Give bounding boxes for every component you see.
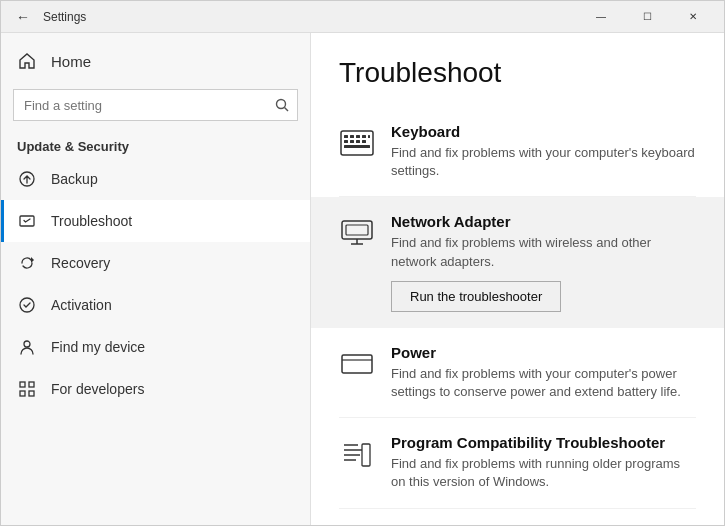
- developers-icon: [17, 379, 37, 399]
- sidebar-item-activation-label: Activation: [51, 297, 112, 313]
- sidebar-item-troubleshoot[interactable]: Troubleshoot: [1, 200, 310, 242]
- network-desc: Find and fix problems with wireless and …: [391, 234, 696, 270]
- svg-rect-7: [29, 382, 34, 387]
- settings-window: ← Settings — ☐ ✕ Home: [0, 0, 725, 526]
- back-button[interactable]: ←: [9, 3, 37, 31]
- search-input[interactable]: [13, 89, 298, 121]
- svg-rect-16: [344, 140, 348, 143]
- main-panel: Troubleshoot: [311, 33, 724, 525]
- sidebar-item-home[interactable]: Home: [1, 41, 310, 81]
- svg-rect-9: [29, 391, 34, 396]
- keyboard-title: Keyboard: [391, 123, 696, 140]
- sidebar-item-finddevice-label: Find my device: [51, 339, 145, 355]
- svg-rect-17: [350, 140, 354, 143]
- titlebar-title: Settings: [37, 10, 578, 24]
- network-content: Network Adapter Find and fix problems wi…: [391, 213, 696, 311]
- svg-rect-15: [368, 135, 370, 138]
- section-label: Update & Security: [1, 133, 310, 158]
- backup-icon: [17, 169, 37, 189]
- svg-rect-8: [20, 391, 25, 396]
- sidebar-item-backup[interactable]: Backup: [1, 158, 310, 200]
- sidebar-item-developers[interactable]: For developers: [1, 368, 310, 410]
- troubleshoot-item-network: Network Adapter Find and fix problems wi…: [311, 197, 724, 327]
- network-adapter-icon: [339, 215, 375, 251]
- svg-rect-20: [344, 145, 370, 148]
- svg-rect-18: [356, 140, 360, 143]
- power-content: Power Find and fix problems with your co…: [391, 344, 696, 401]
- compat-content: Program Compatibility Troubleshooter Fin…: [391, 434, 696, 491]
- troubleshoot-item-power: Power Find and fix problems with your co…: [339, 328, 696, 418]
- svg-line-1: [285, 108, 289, 112]
- svg-point-5: [24, 341, 30, 347]
- search-container: [13, 89, 298, 121]
- home-label: Home: [51, 53, 91, 70]
- svg-rect-19: [362, 140, 366, 143]
- search-button[interactable]: [266, 89, 298, 121]
- sidebar-item-backup-label: Backup: [51, 171, 98, 187]
- power-icon: [339, 346, 375, 382]
- recovery-icon: [17, 253, 37, 273]
- home-icon: [17, 51, 37, 71]
- svg-rect-14: [362, 135, 366, 138]
- svg-rect-25: [342, 355, 372, 373]
- compat-icon: [339, 436, 375, 472]
- keyboard-desc: Find and fix problems with your computer…: [391, 144, 696, 180]
- maximize-button[interactable]: ☐: [624, 1, 670, 33]
- content-area: Home Update & Security: [1, 33, 724, 525]
- sidebar-item-activation[interactable]: Activation: [1, 284, 310, 326]
- page-title: Troubleshoot: [339, 57, 696, 89]
- svg-point-0: [277, 100, 286, 109]
- sidebar: Home Update & Security: [1, 33, 311, 525]
- minimize-button[interactable]: —: [578, 1, 624, 33]
- run-troubleshooter-button[interactable]: Run the troubleshooter: [391, 281, 561, 312]
- troubleshoot-item-compat: Program Compatibility Troubleshooter Fin…: [339, 418, 696, 508]
- window-controls: — ☐ ✕: [578, 1, 716, 33]
- keyboard-content: Keyboard Find and fix problems with your…: [391, 123, 696, 180]
- svg-rect-22: [346, 225, 368, 235]
- sidebar-item-recovery-label: Recovery: [51, 255, 110, 271]
- finddevice-icon: [17, 337, 37, 357]
- compat-title: Program Compatibility Troubleshooter: [391, 434, 696, 451]
- svg-rect-12: [350, 135, 354, 138]
- power-title: Power: [391, 344, 696, 361]
- sidebar-item-developers-label: For developers: [51, 381, 144, 397]
- sidebar-item-troubleshoot-label: Troubleshoot: [51, 213, 132, 229]
- network-title: Network Adapter: [391, 213, 696, 230]
- sidebar-item-recovery[interactable]: Recovery: [1, 242, 310, 284]
- titlebar: ← Settings — ☐ ✕: [1, 1, 724, 33]
- keyboard-icon: [339, 125, 375, 161]
- svg-rect-31: [362, 444, 370, 466]
- svg-rect-13: [356, 135, 360, 138]
- troubleshoot-item-keyboard: Keyboard Find and fix problems with your…: [339, 107, 696, 197]
- sidebar-item-finddevice[interactable]: Find my device: [1, 326, 310, 368]
- svg-rect-11: [344, 135, 348, 138]
- activation-icon: [17, 295, 37, 315]
- svg-rect-6: [20, 382, 25, 387]
- svg-point-4: [20, 298, 34, 312]
- compat-desc: Find and fix problems with running older…: [391, 455, 696, 491]
- troubleshoot-icon: [17, 211, 37, 231]
- close-button[interactable]: ✕: [670, 1, 716, 33]
- power-desc: Find and fix problems with your computer…: [391, 365, 696, 401]
